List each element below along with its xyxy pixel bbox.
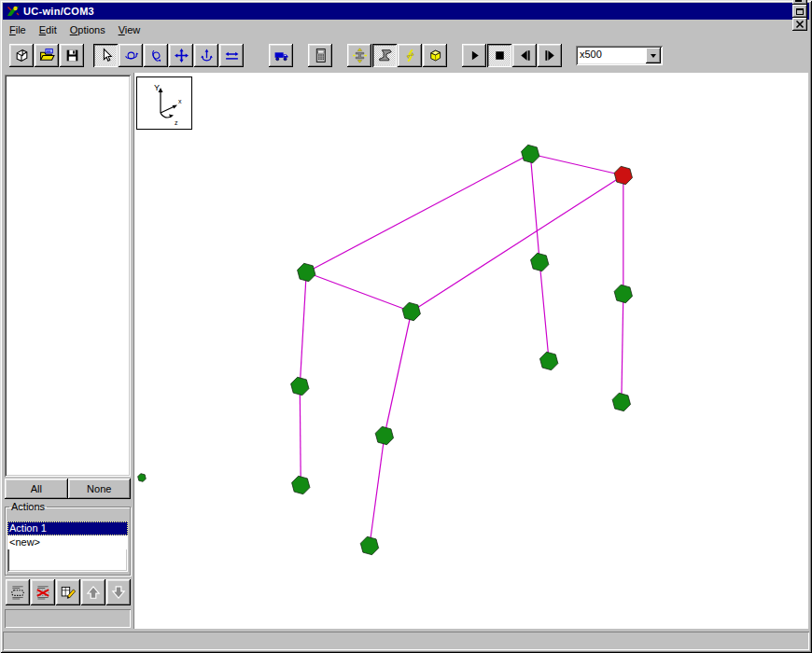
model-member[interactable] [370, 436, 385, 546]
chevron-down-icon [651, 54, 656, 61]
toolbar: x500 [3, 39, 809, 71]
edit-action-button[interactable] [56, 579, 80, 605]
vehicle-load-button[interactable] [269, 44, 293, 67]
model-node[interactable] [292, 476, 310, 493]
delete-row-icon [35, 584, 51, 601]
solid-view-button[interactable] [423, 44, 447, 67]
model-node[interactable] [298, 263, 315, 281]
step-forward-icon [542, 48, 558, 63]
folder-open-icon [39, 48, 55, 63]
delete-action-button[interactable] [31, 579, 55, 605]
save-button[interactable] [60, 44, 84, 67]
s-arrows-icon [402, 48, 418, 63]
stop-icon [492, 48, 508, 63]
anchor-icon [199, 48, 215, 63]
stop-button[interactable] [487, 44, 511, 67]
section-forces-button[interactable] [347, 44, 371, 67]
pan-horizontal-button[interactable] [219, 44, 244, 67]
open-button[interactable] [35, 44, 59, 67]
rotate-horizontal-button[interactable] [119, 44, 143, 67]
cube-wireframe-icon [14, 48, 30, 63]
actions-groupbox: Actions Action 1<new> [5, 501, 131, 576]
calculator-button[interactable] [308, 44, 332, 67]
all-button[interactable]: All [5, 479, 68, 499]
menu-options[interactable]: Options [63, 22, 112, 37]
none-button[interactable]: None [68, 479, 132, 499]
minimize-icon [795, 0, 802, 2]
model-node[interactable] [614, 285, 632, 302]
combo-dropdown-button[interactable] [646, 48, 661, 63]
pointer-icon [98, 48, 114, 63]
menu-view[interactable]: View [112, 22, 147, 37]
action-buttons-row [6, 579, 132, 605]
app-window: UC-win/COM3 FileEditOptionsView [0, 0, 812, 653]
model-member[interactable] [306, 154, 530, 272]
move-up-button[interactable] [81, 579, 105, 605]
ibeam-arrows-icon [352, 48, 368, 63]
dotted-row-icon [9, 584, 26, 601]
down-arrow-icon [110, 584, 127, 601]
maximize-icon [796, 8, 804, 15]
rotate-vertical-icon [148, 48, 164, 63]
displacement-button[interactable] [398, 44, 422, 67]
menu-edit[interactable]: Edit [33, 22, 63, 37]
model-node[interactable] [612, 393, 630, 410]
model-member[interactable] [530, 154, 539, 262]
model-member[interactable] [306, 272, 412, 312]
pan-button[interactable] [169, 44, 193, 67]
new-model-button[interactable] [9, 44, 34, 67]
axis-x-label: x [178, 98, 182, 104]
move-down-button[interactable] [106, 579, 131, 605]
model-member[interactable] [300, 386, 301, 485]
model-canvas[interactable]: Y x z [133, 73, 808, 629]
axis-y-label: Y [154, 83, 160, 92]
model-member[interactable] [412, 175, 623, 312]
model-member[interactable] [300, 272, 306, 386]
structure-model [134, 73, 808, 629]
ibeam-solid-icon [377, 48, 393, 63]
floppy-icon [64, 48, 80, 63]
section-solid-button[interactable] [372, 44, 397, 67]
title-bar[interactable]: UC-win/COM3 [3, 3, 809, 20]
zoom-anchor-button[interactable] [194, 44, 218, 67]
model-node[interactable] [402, 302, 420, 320]
actions-groupbox-title: Actions [9, 501, 47, 512]
model-node[interactable] [522, 145, 539, 162]
status-bar [3, 632, 809, 650]
rotate-vertical-button[interactable] [144, 44, 168, 67]
select-pointer-button[interactable] [93, 44, 118, 67]
step-back-button[interactable] [512, 44, 537, 67]
actions-list[interactable]: Action 1<new> [7, 521, 128, 572]
model-member[interactable] [622, 294, 623, 402]
sidebar-status-panel [5, 609, 131, 628]
action-list-item[interactable]: <new> [7, 535, 128, 549]
play-button[interactable] [462, 44, 486, 67]
edit-pencil-icon [60, 584, 77, 601]
step-forward-button[interactable] [538, 44, 562, 67]
model-node[interactable] [375, 426, 393, 444]
menu-bar: FileEditOptionsView [3, 21, 809, 38]
action-list-item[interactable]: Action 1 [7, 521, 128, 535]
model-member[interactable] [385, 312, 412, 436]
selection-list[interactable] [5, 75, 131, 477]
model-node[interactable] [138, 474, 147, 482]
model-node[interactable] [539, 352, 557, 369]
app-icon [6, 5, 21, 18]
calculator-icon [313, 48, 329, 63]
truck-icon [273, 48, 289, 63]
maximize-button[interactable] [792, 5, 807, 18]
add-action-button[interactable] [6, 579, 30, 605]
model-node[interactable] [531, 253, 549, 271]
model-member[interactable] [539, 262, 549, 361]
menu-file[interactable]: File [3, 22, 33, 37]
model-member[interactable] [530, 154, 623, 175]
sidebar: All None Actions Action 1<new> [4, 73, 132, 629]
model-node[interactable] [360, 536, 378, 554]
animation-scale-combo[interactable]: x500 [576, 46, 663, 65]
four-way-arrows-icon [174, 48, 189, 63]
up-arrow-icon [85, 584, 102, 601]
model-node[interactable] [291, 377, 309, 395]
play-icon [467, 48, 483, 63]
model-node-selected[interactable] [614, 166, 632, 184]
window-title: UC-win/COM3 [23, 6, 791, 17]
